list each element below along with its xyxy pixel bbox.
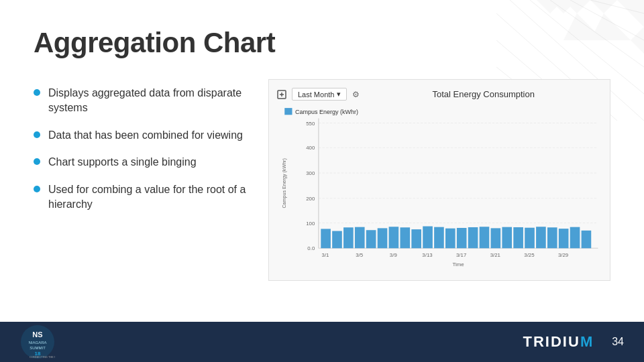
chart-area: Campus Energy (kWhr) 0.0 100 200 <box>277 105 602 272</box>
svg-rect-48 <box>434 227 444 249</box>
chart-title: Total Energy Consumption <box>432 89 534 99</box>
bullet-item: Data that has been combined for viewing <box>34 128 248 143</box>
svg-rect-40 <box>343 227 354 248</box>
svg-rect-45 <box>400 227 410 248</box>
svg-rect-50 <box>457 228 467 248</box>
content-row: Displays aggregated data from disparate … <box>34 79 610 308</box>
svg-text:0.0: 0.0 <box>307 246 315 252</box>
svg-rect-41 <box>355 227 365 249</box>
ns-logo-area: NS NIAGARA SUMMIT 18 CONNECTING THE WORL… <box>20 324 55 359</box>
svg-text:400: 400 <box>306 145 315 152</box>
svg-rect-57 <box>536 227 546 248</box>
svg-text:3/13: 3/13 <box>422 252 432 258</box>
svg-rect-46 <box>411 229 421 248</box>
svg-rect-61 <box>582 231 592 248</box>
svg-rect-51 <box>468 227 478 248</box>
svg-rect-54 <box>502 227 512 249</box>
bullet-dot <box>34 131 40 138</box>
svg-text:3/9: 3/9 <box>390 252 397 258</box>
svg-rect-42 <box>366 230 376 248</box>
chevron-down-icon: ▾ <box>337 90 341 99</box>
tridium-logo: TRIDIUM <box>523 333 594 351</box>
svg-text:3/5: 3/5 <box>356 252 363 258</box>
svg-text:3/17: 3/17 <box>456 252 466 258</box>
svg-text:200: 200 <box>306 196 315 202</box>
svg-rect-59 <box>559 229 569 248</box>
slide-title: Aggregation Chart <box>34 27 610 59</box>
bullet-item: Displays aggregated data from disparate … <box>34 86 248 116</box>
svg-rect-43 <box>378 228 388 248</box>
svg-text:3/25: 3/25 <box>524 252 534 258</box>
bullet-text: Used for combing a value for the root of… <box>48 182 248 213</box>
bullet-item: Chart supports a single binging <box>34 155 248 170</box>
svg-text:550: 550 <box>306 121 315 127</box>
svg-text:3/21: 3/21 <box>490 252 500 258</box>
svg-text:Campus Energy (kWhr): Campus Energy (kWhr) <box>295 109 358 115</box>
svg-text:NIAGARA: NIAGARA <box>28 341 46 345</box>
svg-rect-47 <box>423 227 433 249</box>
svg-rect-53 <box>491 228 501 248</box>
page-number: 34 <box>612 336 624 348</box>
filter-label: Last Month <box>298 90 334 99</box>
svg-text:3/1: 3/1 <box>322 252 329 258</box>
svg-rect-49 <box>445 229 455 249</box>
svg-rect-44 <box>389 227 399 248</box>
chart-export-icon <box>277 90 286 99</box>
filter-button[interactable]: Last Month ▾ <box>292 88 347 101</box>
svg-text:Campus Energy (kWhr): Campus Energy (kWhr) <box>281 158 287 208</box>
bullet-item: Used for combing a value for the root of… <box>34 182 248 213</box>
bullet-dot <box>34 89 40 96</box>
bar-chart-svg: Campus Energy (kWhr) 0.0 100 200 <box>277 105 602 272</box>
gear-icon[interactable]: ⚙ <box>352 90 360 99</box>
main-content: Aggregation Chart Displays aggregated da… <box>0 0 644 322</box>
svg-rect-21 <box>284 108 292 115</box>
chart-panel: Last Month ▾ ⚙ Total Energy Consumption … <box>268 79 610 281</box>
bullet-dot <box>34 186 40 192</box>
svg-rect-52 <box>480 227 490 248</box>
svg-text:300: 300 <box>306 170 315 176</box>
svg-text:3/29: 3/29 <box>558 252 568 258</box>
svg-text:NS: NS <box>32 330 42 339</box>
bullet-dot <box>34 158 40 165</box>
svg-rect-38 <box>321 229 331 248</box>
svg-text:Time: Time <box>453 261 464 267</box>
svg-text:CONNECTING THE WORLD: CONNECTING THE WORLD <box>30 355 55 359</box>
tridium-logo-accent: M <box>580 333 594 350</box>
bullet-text: Displays aggregated data from disparate … <box>48 86 248 116</box>
svg-rect-58 <box>547 227 557 248</box>
svg-text:SUMMIT: SUMMIT <box>30 346 46 350</box>
svg-rect-55 <box>513 227 523 248</box>
svg-text:100: 100 <box>306 221 315 227</box>
bullet-text: Chart supports a single binging <box>48 155 197 170</box>
bullet-text: Data that has been combined for viewing <box>48 128 243 143</box>
footer-brand-area: TRIDIUM 34 <box>523 333 624 351</box>
ns-badge-icon: NS NIAGARA SUMMIT 18 CONNECTING THE WORL… <box>20 324 55 359</box>
svg-rect-60 <box>570 227 580 249</box>
svg-rect-39 <box>332 231 342 249</box>
footer-bar: NS NIAGARA SUMMIT 18 CONNECTING THE WORL… <box>0 322 644 362</box>
chart-toolbar: Last Month ▾ ⚙ Total Energy Consumption <box>277 88 602 101</box>
svg-rect-56 <box>525 228 535 249</box>
bullet-list: Displays aggregated data from disparate … <box>34 79 248 224</box>
